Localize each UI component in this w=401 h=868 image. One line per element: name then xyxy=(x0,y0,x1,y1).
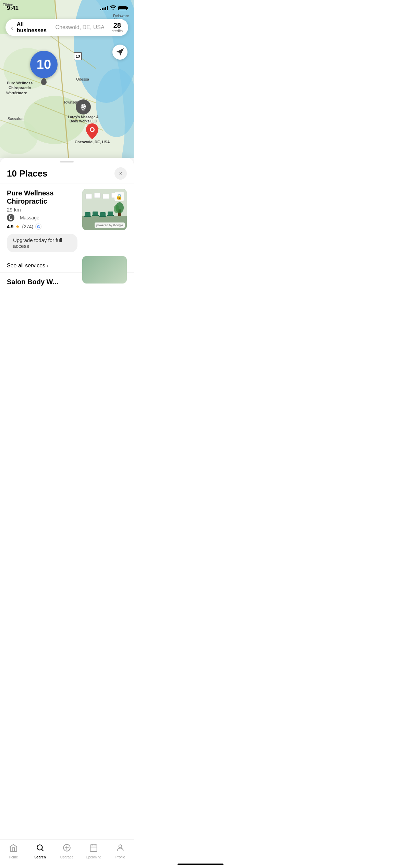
upgrade-button[interactable]: Upgrade today for full access xyxy=(7,234,77,252)
route-13-marker: 13 xyxy=(74,52,82,60)
battery-icon xyxy=(118,6,127,10)
lorcy-pin[interactable]: Lorcy's Massage &Body Works LLC xyxy=(68,99,99,123)
lorcy-label: Lorcy's Massage &Body Works LLC xyxy=(68,115,99,123)
next-business-name: Salon Body W... xyxy=(7,273,58,288)
svg-rect-20 xyxy=(86,194,92,199)
svg-rect-25 xyxy=(84,216,91,217)
map-cluster-pin[interactable]: 10 xyxy=(30,51,58,85)
business-info: Pure Wellness Chiropractic 29 km · Massa… xyxy=(7,189,77,252)
status-time: 9:41 xyxy=(7,5,19,12)
next-business-image xyxy=(82,256,127,284)
business-card-1[interactable]: Pure Wellness Chiropractic 29 km · Massa… xyxy=(0,183,134,258)
cluster-count: 10 xyxy=(30,51,58,78)
places-count: 10 Places xyxy=(7,168,48,179)
category-icon xyxy=(7,214,14,221)
google-icon: G xyxy=(35,224,41,230)
close-icon: × xyxy=(119,170,122,177)
see-all-label: See all services xyxy=(7,263,45,269)
back-button[interactable]: ‹ xyxy=(11,24,13,32)
main-pin-icon xyxy=(86,123,98,139)
business-rating: 4.9 ★ (274) G xyxy=(7,224,77,230)
sheet-handle xyxy=(0,158,134,162)
lock-icon: 🔒 xyxy=(114,192,124,201)
signal-bars-icon xyxy=(100,6,108,10)
credits-display: 28 credits xyxy=(108,22,123,33)
main-location-pin[interactable]: Cheswold, DE, USA xyxy=(75,123,110,144)
rating-star-icon: ★ xyxy=(15,224,20,229)
credits-number: 28 xyxy=(113,22,121,29)
business-category-name: Massage xyxy=(20,215,39,220)
svg-marker-16 xyxy=(117,49,123,55)
status-bar: 9:41 xyxy=(0,0,134,16)
svg-rect-27 xyxy=(92,215,99,216)
svg-point-34 xyxy=(114,205,119,213)
svg-rect-22 xyxy=(103,194,109,199)
status-icons xyxy=(100,5,127,11)
business-distance: 29 km xyxy=(7,207,77,213)
chevron-right-icon: › xyxy=(47,263,48,268)
business-name: Pure Wellness Chiropractic xyxy=(7,189,77,205)
sheet-header: 10 Places × xyxy=(0,162,134,183)
search-bar-title: All businesses xyxy=(17,21,54,34)
search-location: Cheswold, DE, USA xyxy=(55,24,104,31)
wellness-label: Pure Wellness Chiropractic +9 more xyxy=(7,81,33,95)
wifi-icon xyxy=(110,5,116,11)
next-business-card[interactable]: Salon Body W... xyxy=(0,272,134,291)
location-button[interactable] xyxy=(112,45,127,60)
svg-point-15 xyxy=(91,128,94,131)
svg-rect-29 xyxy=(99,216,106,217)
business-category-label: · xyxy=(16,215,18,220)
rating-count: (274) xyxy=(22,224,33,229)
map-view[interactable]: Elkton Delaware City Salem Odessa Townse… xyxy=(0,0,134,158)
lorcy-pin-icon xyxy=(76,99,91,114)
rating-value: 4.9 xyxy=(7,224,13,229)
close-button[interactable]: × xyxy=(114,167,127,180)
credits-label: credits xyxy=(112,29,123,33)
svg-rect-31 xyxy=(107,215,114,216)
cluster-pin-tail xyxy=(41,78,47,85)
search-bar[interactable]: ‹ All businesses Cheswold, DE, USA 28 cr… xyxy=(5,19,128,36)
svg-rect-21 xyxy=(94,193,100,198)
main-pin-label: Cheswold, DE, USA xyxy=(75,140,110,144)
sheet-handle-bar xyxy=(60,161,74,162)
powered-by-google: powered by Google xyxy=(95,222,125,228)
business-category: · Massage xyxy=(7,214,77,221)
bottom-sheet: 10 Places × Pure Wellness Chiropractic 2… xyxy=(0,158,134,291)
business-image: 🔒 powered by Google xyxy=(82,189,127,230)
